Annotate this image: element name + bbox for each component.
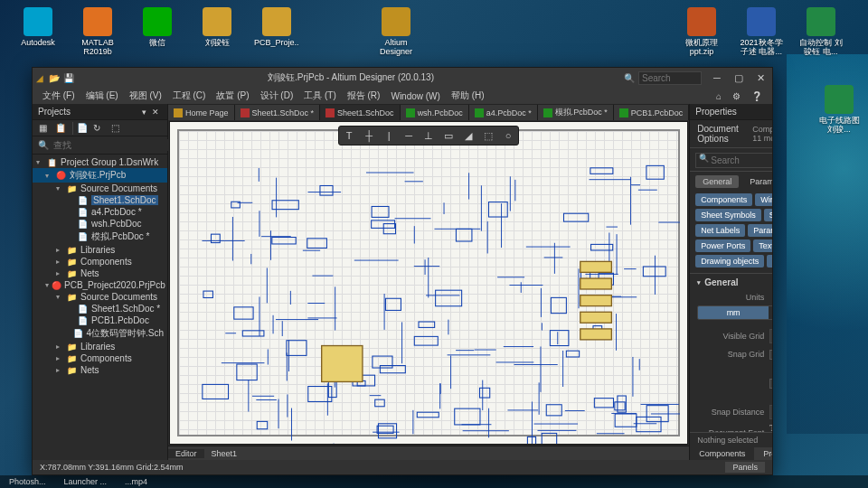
- unit-mm[interactable]: mm: [698, 306, 769, 319]
- snap-dist-input[interactable]: [769, 405, 772, 419]
- tree-item[interactable]: 📄Sheet1.SchDoc *: [33, 303, 167, 314]
- doc-font-value[interactable]: Times New Roman, 10: [769, 423, 772, 432]
- menu-item[interactable]: 工具 (T): [299, 88, 341, 104]
- desktop-icon[interactable]: MATLAB R2019b: [76, 7, 119, 57]
- filter-chip[interactable]: Sheet Symbols: [695, 209, 761, 221]
- units-segmented[interactable]: mmmils: [697, 305, 772, 320]
- filter-chip[interactable]: Texts: [753, 239, 772, 252]
- desktop-icon[interactable]: [315, 7, 358, 57]
- close-button[interactable]: ✕: [752, 71, 769, 84]
- sheet-tab[interactable]: Sheet1: [204, 449, 245, 458]
- unit-mils[interactable]: mils: [769, 306, 772, 319]
- tree-item[interactable]: 📄wsh.PcbDoc: [33, 218, 167, 230]
- document-tab[interactable]: PCB1.PcbDoc: [614, 105, 690, 120]
- desktop-icon[interactable]: 电子线路图 刘骏...: [817, 85, 861, 135]
- tool-button[interactable]: ⊥: [420, 128, 437, 143]
- tree-item[interactable]: 📄Sheet1.SchDoc: [33, 194, 167, 206]
- qat-open-icon[interactable]: 📂: [49, 73, 60, 83]
- os-taskbar[interactable]: Photosh...Launcher ......mp4: [0, 475, 868, 488]
- section-general[interactable]: General: [690, 274, 772, 291]
- panels-button[interactable]: Panels: [725, 462, 765, 473]
- desktop-icon[interactable]: Autodesk: [16, 7, 60, 57]
- editor-tab[interactable]: Editor: [168, 449, 204, 458]
- tab-general[interactable]: General: [695, 175, 739, 188]
- desktop-icon[interactable]: 刘骏钰: [195, 7, 239, 57]
- snap-grid-checkbox[interactable]: ✓: [769, 350, 772, 360]
- taskbar-item[interactable]: Launcher ...: [64, 477, 108, 486]
- menu-item[interactable]: 故置 (P): [212, 88, 253, 104]
- tool-button[interactable]: ⬚: [480, 128, 496, 143]
- tree-item[interactable]: ▸📁Libraries: [33, 341, 167, 352]
- taskbar-item[interactable]: ...mp4: [125, 477, 147, 486]
- menu-item[interactable]: 工程 (C): [168, 88, 211, 104]
- tree-item[interactable]: 📄4位数码管时钟.Sch: [33, 326, 167, 341]
- visible-grid-input[interactable]: [769, 329, 772, 343]
- panel-menu-icon[interactable]: ▾: [139, 108, 149, 117]
- menubar-icon[interactable]: ⚙: [728, 89, 745, 103]
- tree-item[interactable]: 📄PCB1.PcbDoc: [33, 314, 167, 326]
- tree-item[interactable]: ▸📁Nets: [33, 267, 167, 279]
- refresh-icon[interactable]: ↻: [90, 122, 103, 135]
- menu-item[interactable]: 文件 (F): [38, 88, 80, 104]
- filter-chip[interactable]: Wires: [755, 193, 772, 206]
- global-search[interactable]: 🔍: [624, 71, 702, 85]
- desktop-icon[interactable]: 微信: [136, 7, 179, 57]
- minimize-button[interactable]: ─: [709, 71, 725, 84]
- tb-icon[interactable]: ▦: [36, 122, 49, 135]
- tool-button[interactable]: ◢: [460, 128, 476, 143]
- properties-search-input[interactable]: [695, 153, 772, 168]
- document-tab[interactable]: Home Page: [168, 105, 235, 120]
- desktop-icon[interactable]: 自动控制 刘骏钰 电...: [799, 7, 843, 57]
- tb-icon[interactable]: 📋: [54, 122, 67, 135]
- filter-chip[interactable]: Parameters: [748, 224, 772, 237]
- menu-item[interactable]: 报告 (R): [343, 88, 385, 104]
- document-tab[interactable]: a4.PcbDoc *: [469, 105, 538, 120]
- tree-item[interactable]: 📄a4.PcbDoc *: [33, 206, 167, 218]
- tool-button[interactable]: T: [341, 128, 357, 143]
- global-search-input[interactable]: [638, 71, 702, 85]
- qat-save-icon[interactable]: 💾: [63, 73, 74, 83]
- tree-item[interactable]: 📄模拟.PcbDoc *: [33, 230, 167, 244]
- tb-icon[interactable]: ⬚: [108, 122, 121, 135]
- tb-icon[interactable]: 📄: [72, 122, 85, 135]
- snap-elec-checkbox[interactable]: ✓: [769, 379, 772, 389]
- tree-item[interactable]: ▸📁Components: [33, 256, 167, 267]
- menu-item[interactable]: 编辑 (E): [81, 88, 123, 104]
- document-tab[interactable]: 模拟.PcbDoc *: [538, 105, 614, 120]
- tree-item[interactable]: ▸📁Components: [33, 352, 167, 364]
- filter-chip[interactable]: Drawing objects: [695, 255, 764, 267]
- panel-close-icon[interactable]: ✕: [149, 108, 162, 117]
- tree-item[interactable]: ▸📁Libraries: [33, 244, 167, 256]
- foot-tab-components[interactable]: Components: [690, 447, 754, 460]
- tree-item[interactable]: ▾📋Project Group 1.DsnWrk: [33, 156, 167, 168]
- taskbar-item[interactable]: Photosh...: [9, 477, 46, 486]
- filter-chip[interactable]: Sheet Entries: [764, 209, 772, 221]
- menu-item[interactable]: Window (W): [386, 89, 444, 103]
- tree-item[interactable]: ▾🔴刘骏钰.PrjPcb: [33, 168, 167, 183]
- tool-button[interactable]: ▭: [440, 128, 457, 143]
- tree-item[interactable]: ▾📁Source Documents: [33, 183, 167, 194]
- tree-item[interactable]: ▾📁Source Documents: [33, 291, 167, 303]
- filter-chip[interactable]: Components: [695, 193, 752, 206]
- tool-button[interactable]: ┼: [361, 128, 377, 143]
- menu-item[interactable]: 设计 (D): [256, 88, 298, 104]
- desktop-icon[interactable]: 微机原理 ppt.zip: [680, 7, 723, 57]
- desktop-icon[interactable]: Altium Designer: [374, 7, 418, 57]
- tab-parameters[interactable]: Parameters: [742, 175, 772, 188]
- maximize-button[interactable]: ▢: [731, 71, 747, 84]
- tree-item[interactable]: ▸📁Nets: [33, 364, 167, 376]
- foot-tab-properties[interactable]: Properties: [754, 447, 772, 460]
- schematic-editor[interactable]: T┼|─⊥▭◢⬚○: [169, 121, 688, 445]
- tool-button[interactable]: ○: [500, 128, 516, 143]
- tree-item[interactable]: ▾🔴PCB_Project2020.PrjPcb: [33, 279, 167, 291]
- desktop-icon[interactable]: 2021秋冬学子述 电器...: [740, 7, 783, 57]
- filter-chip[interactable]: Net Labels: [695, 224, 745, 237]
- document-tab[interactable]: Sheet1.SchDoc *: [235, 105, 321, 120]
- filter-chip[interactable]: Other: [767, 255, 772, 267]
- menu-item[interactable]: 视图 (V): [125, 88, 166, 104]
- tool-button[interactable]: ─: [401, 128, 417, 143]
- tool-button[interactable]: |: [381, 128, 397, 143]
- menubar-icon[interactable]: ⌂: [712, 89, 726, 103]
- desktop-icon[interactable]: PCB_Proje...: [255, 7, 298, 57]
- menu-item[interactable]: 帮助 (H): [447, 88, 489, 104]
